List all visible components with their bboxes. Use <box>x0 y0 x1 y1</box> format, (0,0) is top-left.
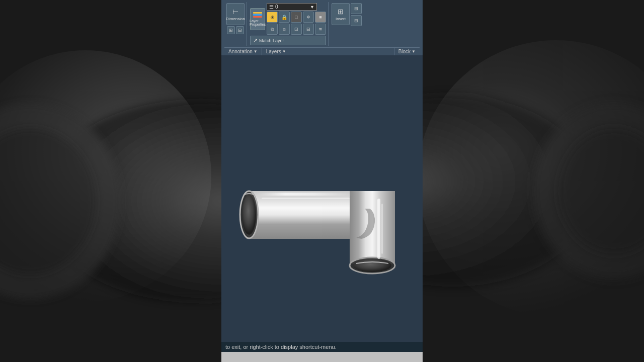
dimension-icon: ⊢ <box>232 8 238 16</box>
layers-top-row: Layer Properties ☰ 0 ▼ ☀ 🔒 <box>250 3 326 35</box>
toolbar-main-row: ⊢ Dimension ⊞ ⊟ <box>224 2 420 46</box>
status-input-bar[interactable] <box>221 352 423 362</box>
layer-icon-b[interactable]: ⧈ <box>279 24 290 35</box>
insert-label: Insert <box>336 17 346 21</box>
layer-icon-lock[interactable]: 🔒 <box>279 12 290 23</box>
insert-icon-2[interactable]: ⊟ <box>351 15 362 26</box>
layer-icon-c[interactable]: ⊡ <box>291 24 302 35</box>
layer-icons-row-2: ⧉ ⧈ ⊡ ⊟ ≋ <box>267 24 326 35</box>
layers-label-text: Layers <box>266 49 281 54</box>
match-layer-label: Match Layer <box>259 38 284 43</box>
annotation-label-text: Annotation <box>228 49 253 54</box>
layer-icon-sun[interactable]: ☀ <box>267 12 278 23</box>
pipe-elbow-3d <box>231 113 413 284</box>
svg-point-12 <box>353 259 391 272</box>
status-message: to exit, or right-click to display short… <box>225 344 337 350</box>
layer-dropdown-icon: ☰ <box>269 4 274 10</box>
insert-extra: ⊞ ⊟ <box>351 3 362 26</box>
svg-rect-16 <box>377 199 380 259</box>
insert-icon: ⊞ <box>338 8 344 16</box>
layer-properties-button[interactable]: Layer Properties <box>250 8 265 30</box>
background-left <box>0 0 221 362</box>
block-arrow: ▼ <box>412 49 416 54</box>
layer-icon-freeze[interactable]: ❄ <box>303 12 314 23</box>
layer-dropdown-value: 0 <box>275 4 278 10</box>
insert-button[interactable]: ⊞ Insert <box>332 3 350 25</box>
bg-right-pipe <box>423 0 644 362</box>
layer-icon-match[interactable]: ≋ <box>315 24 326 35</box>
svg-rect-17 <box>381 204 383 254</box>
annotation-group: ⊢ Dimension ⊞ ⊟ <box>224 2 247 46</box>
dimension-button[interactable]: ⊢ Dimension <box>226 3 245 25</box>
svg-rect-14 <box>257 193 352 196</box>
toolbar-labels-row: Annotation ▼ Layers ▼ Block ▼ <box>224 47 420 55</box>
layers-arrow: ▼ <box>282 49 286 54</box>
annotation-icon-2[interactable]: ⊟ <box>236 26 244 34</box>
layers-section-label[interactable]: Layers ▼ <box>262 48 394 55</box>
layers-group: Layer Properties ☰ 0 ▼ ☀ 🔒 <box>248 2 329 46</box>
layer-line-2 <box>253 14 262 16</box>
layer-properties-label: Layer Properties <box>250 19 266 26</box>
layer-stack-icon <box>253 12 262 18</box>
svg-point-8 <box>242 195 256 235</box>
main-panel: ⊢ Dimension ⊞ ⊟ <box>221 0 423 362</box>
canvas-area[interactable] <box>221 55 423 342</box>
match-layer-button[interactable]: ↗ Match Layer <box>250 36 326 45</box>
annotation-icon-1[interactable]: ⊞ <box>227 26 235 34</box>
layer-icon-d[interactable]: ⊟ <box>303 24 314 35</box>
insert-top-row: ⊞ Insert ⊞ ⊟ <box>332 3 362 26</box>
layer-dropdown[interactable]: ☰ 0 ▼ <box>267 3 317 11</box>
layer-icon-box[interactable]: □ <box>291 12 302 23</box>
background-right <box>423 0 644 362</box>
layer-icon-color[interactable]: ■ <box>315 12 326 23</box>
svg-rect-15 <box>262 198 350 199</box>
block-section-label[interactable]: Block ▼ <box>394 48 420 55</box>
annotation-section-label[interactable]: Annotation ▼ <box>224 48 262 55</box>
status-bar: to exit, or right-click to display short… <box>221 342 423 352</box>
layer-icons-row-1: ☀ 🔒 □ ❄ ■ <box>267 12 326 23</box>
insert-icon-1[interactable]: ⊞ <box>351 3 362 14</box>
layer-line-3 <box>253 16 262 18</box>
match-layer-icon: ↗ <box>253 37 258 44</box>
bg-left-pipe <box>0 0 221 362</box>
insert-group: ⊞ Insert ⊞ ⊟ <box>330 2 364 46</box>
block-label-text: Block <box>398 49 411 54</box>
layer-icon-a[interactable]: ⧉ <box>267 24 278 35</box>
annotation-arrow: ▼ <box>254 49 258 54</box>
annotation-extra-icons: ⊞ ⊟ <box>227 26 244 34</box>
dimension-label: Dimension <box>226 17 245 21</box>
layer-line-1 <box>253 12 262 14</box>
toolbar: ⊢ Dimension ⊞ ⊟ <box>221 0 423 55</box>
layers-right-col: ☰ 0 ▼ ☀ 🔒 □ ❄ ■ <box>267 3 326 35</box>
layer-dropdown-arrow: ▼ <box>310 5 314 10</box>
